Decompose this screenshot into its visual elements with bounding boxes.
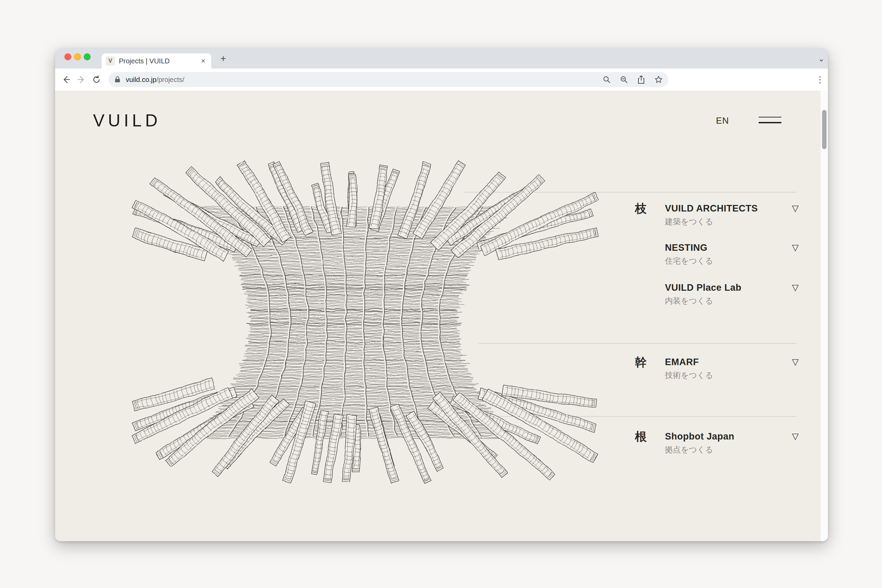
- section-divider: [464, 192, 796, 192]
- section-divider: [482, 416, 796, 417]
- url-host: vuild.co.jp: [126, 76, 156, 83]
- triangle-down-icon: ▽: [785, 282, 799, 292]
- nav-item-title: VUILD Place Lab: [665, 282, 789, 293]
- scrollbar-track[interactable]: [820, 91, 828, 541]
- url-text: vuild.co.jp/projects/: [126, 76, 184, 84]
- browser-tab[interactable]: V Projects | VUILD ✕: [102, 53, 211, 69]
- address-bar[interactable]: vuild.co.jp/projects/: [108, 72, 668, 87]
- new-tab-button[interactable]: +: [217, 52, 230, 65]
- back-button[interactable]: [60, 74, 72, 86]
- page-content: VUILD EN 枝 VUILD ARCHITECTS 建築をつくる ▽ NES…: [55, 91, 820, 541]
- forward-button[interactable]: [75, 74, 87, 86]
- nav-item-vuild-architects[interactable]: VUILD ARCHITECTS 建築をつくる: [665, 203, 789, 226]
- browser-toolbar: vuild.co.jp/projects/ ⋮: [55, 69, 828, 91]
- triangle-down-icon: ▽: [785, 431, 799, 441]
- category-label-root: 根: [635, 429, 646, 445]
- hyperboloid-branches-illustration: [131, 159, 600, 486]
- nav-item-title: Shopbot Japan: [665, 431, 789, 442]
- category-label-branch: 枝: [635, 201, 646, 217]
- nav-item-subtitle: 建築をつくる: [665, 217, 789, 226]
- minimize-window-button[interactable]: [74, 53, 81, 60]
- section-divider: [478, 343, 796, 344]
- tab-title: Projects | VUILD: [119, 57, 200, 65]
- language-toggle[interactable]: EN: [716, 116, 729, 126]
- category-label-trunk: 幹: [635, 354, 646, 370]
- tab-strip: V Projects | VUILD ✕ + ⌄: [55, 49, 828, 69]
- reload-icon: [94, 76, 99, 82]
- nav-item-emarf[interactable]: EMARF 技術をつくる: [665, 357, 789, 380]
- vuild-logo[interactable]: VUILD: [93, 111, 161, 130]
- nav-item-subtitle: 内装をつくる: [665, 296, 789, 305]
- menu-hamburger-icon[interactable]: [759, 117, 782, 124]
- back-arrow-icon: [64, 76, 70, 82]
- nav-item-subtitle: 技術をつくる: [665, 370, 789, 380]
- zoom-out-icon[interactable]: [620, 75, 628, 84]
- nav-item-subtitle: 住宅をつくる: [665, 256, 789, 265]
- share-icon[interactable]: [637, 75, 645, 84]
- desktop: V Projects | VUILD ✕ + ⌄: [0, 0, 882, 588]
- bookmark-star-icon[interactable]: [654, 75, 663, 84]
- close-window-button[interactable]: [64, 53, 71, 60]
- nav-item-nesting[interactable]: NESTING 住宅をつくる: [665, 242, 789, 265]
- browser-menu-kebab-icon[interactable]: ⋮: [814, 74, 826, 86]
- nav-item-title: NESTING: [665, 242, 789, 253]
- nav-item-title: VUILD ARCHITECTS: [665, 203, 789, 214]
- site-favicon: V: [106, 57, 115, 66]
- forward-arrow-icon: [78, 76, 83, 82]
- nav-item-shopbot-japan[interactable]: Shopbot Japan 拠点をつくる: [665, 431, 789, 454]
- triangle-down-icon: ▽: [785, 357, 799, 367]
- triangle-down-icon: ▽: [785, 243, 799, 252]
- reload-button[interactable]: [90, 74, 103, 86]
- search-icon[interactable]: [603, 75, 611, 84]
- zoom-window-button[interactable]: [84, 53, 91, 60]
- lock-icon: [114, 76, 121, 83]
- url-path: /projects/: [156, 76, 184, 83]
- browser-window: V Projects | VUILD ✕ + ⌄: [55, 49, 828, 541]
- scrollbar-thumb[interactable]: [822, 110, 826, 149]
- triangle-down-icon: ▽: [785, 203, 799, 213]
- nav-item-vuild-place-lab[interactable]: VUILD Place Lab 内装をつくる: [665, 282, 789, 305]
- tab-overflow-chevron-icon[interactable]: ⌄: [815, 53, 828, 65]
- nav-item-title: EMARF: [665, 357, 789, 368]
- nav-item-subtitle: 拠点をつくる: [665, 445, 789, 454]
- close-tab-icon[interactable]: ✕: [200, 57, 207, 66]
